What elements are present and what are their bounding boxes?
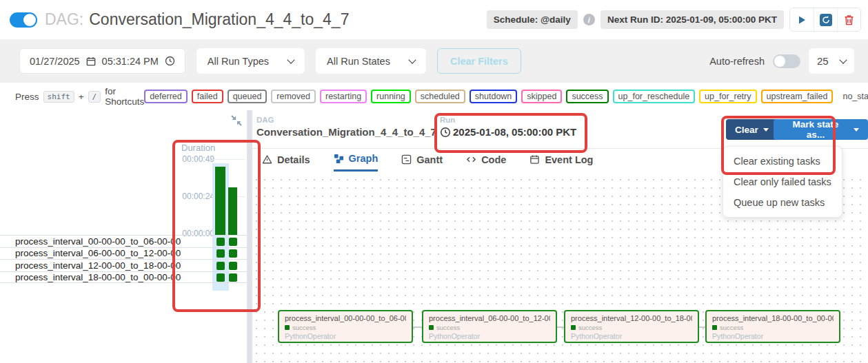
slash-key: / bbox=[88, 91, 101, 103]
top-bar: DAG: Conversation_Migration_4_4_to_4_7 S… bbox=[0, 0, 868, 39]
caret-down-icon bbox=[854, 128, 859, 132]
node-title: process_interval_18-00-00_to_00-00-00 bbox=[712, 314, 834, 322]
refresh-icon bbox=[820, 14, 832, 26]
task-name[interactable]: process_interval_06-00-00_to_12-00-00 bbox=[15, 248, 181, 258]
node-title: process_interval_00-00-00_to_06-00-00 bbox=[285, 314, 406, 322]
tab-label: Graph bbox=[349, 153, 379, 164]
tab-graph[interactable]: Graph bbox=[334, 153, 379, 172]
table-row[interactable]: process_interval_06-00-00_to_12-00-00 bbox=[0, 247, 247, 260]
base-date-picker[interactable]: 01/27/2025 05:31:24 PM bbox=[19, 48, 185, 74]
run-types-value: All Run Types bbox=[208, 56, 269, 67]
collapse-panel-icon[interactable] bbox=[230, 114, 243, 129]
clear-filters-button[interactable]: Clear Filters bbox=[437, 48, 521, 74]
panel-dag-block: DAG Conversation_Migration_4_4_to_4_7 bbox=[256, 116, 436, 138]
table-row[interactable]: process_interval_00-00-00_to_06-00-00 bbox=[0, 235, 247, 247]
toggle-knob bbox=[774, 56, 785, 67]
node-status: success bbox=[720, 324, 743, 331]
dag-action-buttons bbox=[789, 8, 861, 32]
status-legend: deferred failed queued removed restartin… bbox=[144, 90, 868, 103]
tab-event-log[interactable]: Event Log bbox=[529, 153, 593, 172]
graph-node[interactable]: process_interval_12-00-00_to_18-00-00 su… bbox=[564, 310, 699, 343]
tab-details[interactable]: Details bbox=[262, 153, 310, 172]
tab-gantt[interactable]: Gantt bbox=[401, 153, 443, 172]
task-instance-success[interactable] bbox=[229, 273, 237, 282]
clear-dropdown-menu: Clear existing tasks Clear only failed t… bbox=[723, 146, 842, 218]
legend-badge-deferred[interactable]: deferred bbox=[144, 90, 188, 103]
mark-state-button[interactable]: Mark state as... bbox=[774, 119, 868, 140]
table-row[interactable]: process_interval_18-00-00_to_00-00-00 bbox=[0, 271, 247, 284]
tab-bar: Details Graph Gantt Code Event Log bbox=[262, 153, 593, 172]
clear-button[interactable]: Clear bbox=[726, 119, 778, 140]
legend-badge-failed[interactable]: failed bbox=[192, 90, 223, 103]
menu-item-clear-failed[interactable]: Clear only failed tasks bbox=[723, 172, 842, 192]
tab-label: Event Log bbox=[545, 154, 593, 165]
legend-badge-shutdown[interactable]: shutdown bbox=[470, 90, 518, 103]
delete-dag-button[interactable] bbox=[837, 8, 860, 31]
duration-bar-2[interactable] bbox=[228, 187, 237, 235]
caret-down-icon bbox=[763, 128, 769, 132]
legend-badge-up-for-reschedule[interactable]: up_for_reschedule bbox=[613, 90, 696, 103]
gantt-icon bbox=[401, 154, 412, 165]
legend-badge-removed[interactable]: removed bbox=[271, 90, 316, 103]
time-value[interactable]: 05:31:24 PM bbox=[102, 56, 159, 67]
trash-icon bbox=[844, 14, 854, 25]
legend-badge-upstream-failed[interactable]: upstream_failed bbox=[761, 90, 834, 103]
graph-node[interactable]: process_interval_18-00-00_to_00-00-00 su… bbox=[705, 310, 840, 343]
page-size-select[interactable]: 25 bbox=[809, 48, 854, 74]
mark-state-button-label: Mark state as... bbox=[783, 119, 849, 140]
tab-label: Gantt bbox=[416, 154, 443, 165]
legend-badge-scheduled[interactable]: scheduled bbox=[415, 90, 465, 103]
filter-bar-right: Auto-refresh 25 bbox=[709, 48, 868, 74]
airflow-dag-page: DAG: Conversation_Migration_4_4_to_4_7 S… bbox=[0, 0, 868, 363]
task-name[interactable]: process_interval_18-00-00_to_00-00-00 bbox=[15, 272, 181, 282]
node-title: process_interval_12-00-00_to_18-00-00 bbox=[571, 314, 692, 322]
page-title: Conversation_Migration_4_4_to_4_7 bbox=[89, 10, 349, 29]
run-states-select[interactable]: All Run States bbox=[316, 48, 426, 74]
dag-pause-toggle[interactable] bbox=[10, 12, 37, 28]
legend-badge-running[interactable]: running bbox=[371, 90, 411, 103]
success-status-icon bbox=[712, 325, 717, 330]
duration-bar-1[interactable] bbox=[215, 167, 225, 235]
legend-badge-success[interactable]: success bbox=[566, 90, 608, 103]
graph-node[interactable]: process_interval_06-00-00_to_12-00-00 su… bbox=[422, 310, 557, 343]
task-instance-success[interactable] bbox=[216, 249, 225, 258]
legend-badge-skipped[interactable]: skipped bbox=[521, 90, 562, 103]
task-name[interactable]: process_interval_12-00-00_to_18-00-00 bbox=[15, 260, 181, 271]
task-instance-success[interactable] bbox=[229, 262, 237, 270]
node-status: success bbox=[578, 324, 602, 331]
graph-icon bbox=[334, 154, 344, 164]
legend-badge-no-status[interactable]: no_status bbox=[837, 90, 868, 103]
node-title: process_interval_06-00-00_to_12-00-00 bbox=[429, 314, 550, 322]
menu-item-clear-existing[interactable]: Clear existing tasks bbox=[723, 151, 842, 172]
next-run-badge: Next Run ID: 2025-01-09, 05:00:00 PKT bbox=[600, 10, 784, 29]
run-types-select[interactable]: All Run Types bbox=[196, 48, 305, 74]
clear-button-label: Clear bbox=[735, 125, 758, 135]
task-instance-success[interactable] bbox=[216, 262, 225, 270]
task-instance-success[interactable] bbox=[229, 238, 237, 246]
node-operator: PythonOperator bbox=[712, 332, 834, 340]
graph-node[interactable]: process_interval_00-00-00_to_06-00-00 su… bbox=[278, 310, 413, 343]
axis-tick: 00:00:24 bbox=[176, 191, 214, 201]
legend-badge-restarting[interactable]: restarting bbox=[320, 90, 367, 103]
table-row[interactable]: process_interval_12-00-00_to_18-00-00 bbox=[0, 259, 247, 271]
panel-resize-handle[interactable] bbox=[247, 110, 252, 363]
node-operator: PythonOperator bbox=[571, 332, 692, 340]
legend-badge-queued[interactable]: queued bbox=[228, 90, 268, 103]
task-instance-success[interactable] bbox=[216, 273, 225, 282]
shortcuts-text: Press bbox=[15, 92, 39, 102]
play-icon bbox=[797, 15, 807, 25]
shortcuts-text: for Shortcuts bbox=[105, 86, 144, 107]
shortcuts-hint: Press shift + / for Shortcuts bbox=[15, 86, 144, 107]
task-instance-success[interactable] bbox=[229, 249, 237, 258]
task-instance-success[interactable] bbox=[216, 238, 225, 246]
auto-refresh-toggle[interactable] bbox=[773, 54, 800, 68]
reparse-dag-button[interactable] bbox=[814, 8, 837, 31]
legend-badge-up-for-retry[interactable]: up_for_retry bbox=[699, 90, 756, 103]
date-value[interactable]: 01/27/2025 bbox=[30, 56, 80, 67]
node-operator: PythonOperator bbox=[285, 332, 406, 340]
task-name[interactable]: process_interval_00-00-00_to_06-00-00 bbox=[15, 236, 181, 247]
menu-item-queue-new[interactable]: Queue up new tasks bbox=[723, 192, 842, 213]
trigger-dag-button[interactable] bbox=[790, 8, 814, 31]
tab-code[interactable]: Code bbox=[466, 153, 506, 172]
tab-label: Code bbox=[481, 154, 506, 165]
